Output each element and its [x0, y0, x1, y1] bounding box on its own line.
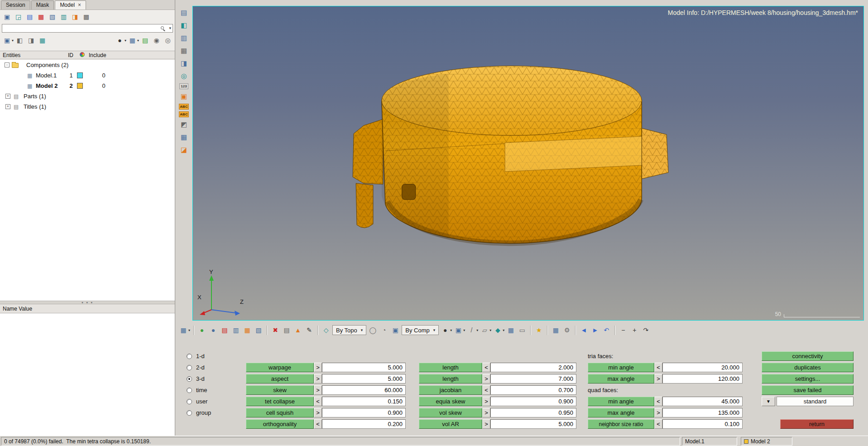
mode-user-radio[interactable]: user [187, 397, 246, 406]
tria-min-angle-operator[interactable]: < [654, 363, 662, 372]
tet-collapse-value-input[interactable] [322, 397, 406, 406]
prev-view-icon[interactable]: ◄ [579, 325, 589, 336]
tree-item-model2[interactable]: ▦ Model 2 2 0 [0, 81, 175, 91]
contour-icon[interactable]: ◩ [178, 119, 189, 130]
jacobian-button[interactable]: jacobian [419, 385, 482, 395]
tet-collapse-operator[interactable]: < [314, 397, 322, 406]
plane-dropdown-icon[interactable]: ▱ [480, 325, 489, 336]
cell-squish-operator[interactable]: > [314, 408, 322, 417]
length-min-value-input[interactable] [490, 363, 576, 372]
delete-icon[interactable]: ✖ [270, 325, 280, 336]
jacobian-value-input[interactable] [490, 385, 576, 395]
numbers-display-icon[interactable]: 123 [179, 83, 188, 89]
save-model-icon[interactable]: ▤ [24, 12, 35, 22]
vol-ar-value-input[interactable] [490, 419, 576, 429]
sphere-dropdown-icon[interactable]: ● [440, 325, 450, 336]
entity-table-dropdown-icon[interactable]: ▦ [178, 325, 188, 336]
vol-ar-button[interactable]: vol AR [419, 419, 482, 429]
tab-model[interactable]: Model× [55, 0, 86, 10]
delete-entity-icon[interactable]: ▦ [36, 12, 46, 22]
cube-arrow-icon[interactable]: ▾ [463, 328, 465, 332]
mode-group-radio[interactable]: group [187, 408, 246, 417]
entity-attr-icon[interactable]: ▦ [178, 45, 189, 56]
expand-icon[interactable]: + [5, 94, 10, 99]
topo-shape-icon[interactable]: ◇ [321, 325, 331, 336]
model2-color-swatch[interactable] [77, 83, 83, 89]
aspect-operator[interactable]: > [314, 374, 322, 384]
grid-view-icon[interactable]: ▦ [506, 325, 516, 336]
edit-icon[interactable]: ✎ [304, 325, 314, 336]
session-new-icon[interactable]: ▣ [2, 12, 12, 22]
neighbor-size-ratio-operator[interactable]: < [654, 419, 662, 429]
warpage-button[interactable]: warpage [246, 363, 314, 372]
close-icon[interactable]: × [78, 2, 81, 8]
neighbor-size-ratio-button[interactable]: neighbor size ratio [588, 419, 654, 429]
vol-skew-operator[interactable]: > [482, 408, 490, 417]
settings-gear-icon[interactable]: ⚙ [562, 325, 572, 336]
sphere-arrow-icon[interactable]: ▾ [450, 328, 452, 332]
system-table-icon[interactable]: ▦ [242, 325, 252, 336]
tree-item-model1[interactable]: ▦ Model.1 1 0 [0, 70, 175, 81]
quad-max-angle-operator[interactable]: > [654, 408, 662, 417]
wireframe-view-icon[interactable]: ● [208, 325, 218, 336]
zoom-in-icon[interactable]: + [629, 325, 639, 336]
length-max-button[interactable]: length [419, 374, 482, 384]
entity-table-arrow-icon[interactable]: ▾ [188, 328, 190, 332]
section-cut-icon[interactable]: ◨ [178, 58, 189, 69]
tree-item-titles[interactable]: + ▤ Titles (1) [0, 101, 175, 112]
display-panel-icon[interactable]: ▥ [178, 33, 189, 43]
quad-max-angle-value-input[interactable] [662, 408, 743, 417]
expand-icon[interactable]: + [5, 104, 10, 109]
graphics-viewport[interactable]: Model Info: D:/HYPERMESH/week 8/housing/… [192, 6, 864, 321]
mode-2d-radio[interactable]: 2-d [187, 363, 246, 372]
pin-icon[interactable]: ◧ [14, 35, 25, 46]
vol-skew-value-input[interactable] [490, 408, 576, 417]
duplicates-button[interactable]: duplicates [762, 363, 854, 372]
quad-min-angle-button[interactable]: min angle [588, 397, 654, 406]
cell-squish-button[interactable]: cell squish [246, 408, 314, 417]
cube-select-icon[interactable]: ▣ [390, 325, 400, 336]
filter-grid-icon[interactable]: ▦ [37, 35, 48, 46]
search-input[interactable] [2, 24, 173, 32]
length-max-value-input[interactable] [490, 374, 576, 384]
highlight-icon[interactable]: ▲ [293, 325, 303, 336]
settings-button[interactable]: settings... [762, 374, 854, 384]
statusbar-model1-tab[interactable]: Model.1 [682, 437, 737, 446]
jacobian-operator[interactable]: < [482, 385, 490, 395]
tria-min-angle-value-input[interactable] [662, 363, 743, 372]
screen-icon[interactable]: ▭ [517, 325, 527, 336]
tree-item-components[interactable]: - Components (2) [0, 60, 175, 70]
vol-ar-operator[interactable]: > [482, 419, 490, 429]
by-topo-dropdown[interactable]: By Topo ▾ [332, 325, 366, 335]
equia-skew-value-input[interactable] [490, 397, 576, 406]
card-edit-icon[interactable]: ▧ [47, 12, 58, 22]
length-min-operator[interactable]: < [482, 363, 490, 372]
tria-max-angle-operator[interactable]: > [654, 374, 662, 384]
skew-value-input[interactable] [322, 385, 406, 395]
equia-skew-operator[interactable]: > [482, 397, 490, 406]
id-column-header[interactable]: ID [68, 52, 73, 58]
globe-icon[interactable]: ◎ [178, 71, 189, 82]
pin-alt-icon[interactable]: ◨ [26, 35, 36, 46]
neighbor-size-ratio-value-input[interactable] [662, 419, 743, 429]
cube-dropdown-icon[interactable]: ▣ [453, 325, 463, 336]
grid-display-icon[interactable]: ▣ [178, 91, 189, 102]
standard-option[interactable]: standard [777, 397, 854, 406]
collapse-icon[interactable]: - [5, 62, 10, 67]
element-table-icon[interactable]: ▤ [220, 325, 230, 336]
page-icon[interactable]: ▤ [178, 7, 189, 18]
orthogonality-operator[interactable]: < [314, 419, 322, 429]
skew-button[interactable]: skew [246, 385, 314, 395]
aspect-value-input[interactable] [322, 374, 406, 384]
line-dropdown-icon[interactable]: / [466, 325, 476, 336]
color-column-icon[interactable] [80, 52, 85, 57]
lasso-select-icon[interactable]: ◯ [368, 325, 378, 336]
mesh-model-canvas[interactable] [193, 6, 863, 320]
zoom-out-icon[interactable]: − [618, 325, 628, 336]
tria-max-angle-button[interactable]: max angle [588, 374, 654, 384]
equia-skew-button[interactable]: equia skew [419, 397, 482, 406]
warpage-value-input[interactable] [322, 363, 406, 372]
quad-min-angle-value-input[interactable] [662, 397, 743, 406]
model1-color-swatch[interactable] [77, 72, 83, 78]
length-min-button[interactable]: length [419, 363, 482, 372]
